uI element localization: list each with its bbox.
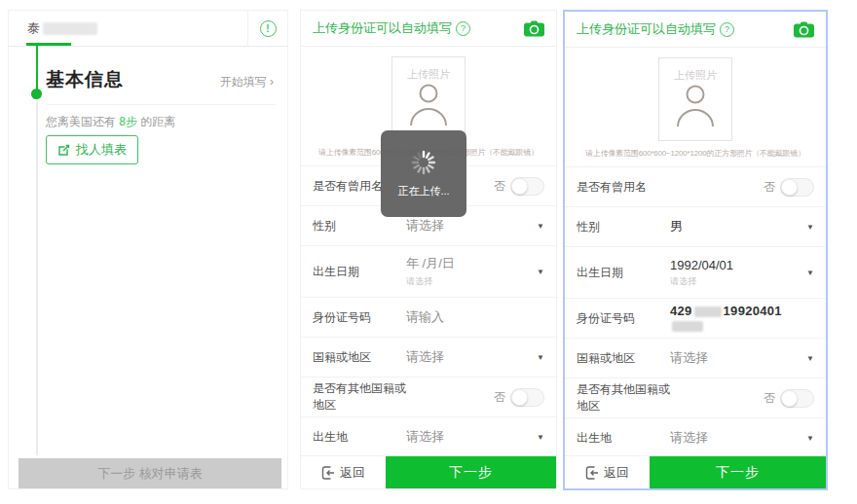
field-value: 1992/04/01 [670,258,799,272]
field-label: 国籍或地区 [313,349,406,366]
toggle-switch[interactable] [780,178,814,197]
field-label: 出生日期 [577,265,670,281]
form-row[interactable]: 出生地请选择▼ [301,416,556,456]
timeline-future-segment [36,93,38,455]
field-sub-label: 请选择 [670,275,799,288]
form-rows: 是否有曾用名否性别男▼出生日期1992/04/01请选择▼身份证号码429199… [565,166,826,490]
back-icon [585,466,599,480]
steps-remaining: 8步 [119,115,137,128]
back-label: 返回 [340,464,365,482]
form-row[interactable]: 性别男▼ [565,206,826,246]
photo-upload-box[interactable]: 上传照片 [391,56,466,140]
uploading-overlay: 正在上传... [381,130,466,217]
field-label: 是否有其他国籍或地区 [313,380,406,414]
toggle-switch[interactable] [510,388,544,407]
form-row[interactable]: 国籍或地区请选择▼ [565,338,826,378]
redacted-name [43,22,97,35]
back-button[interactable]: 返回 [565,456,650,488]
redacted-text [694,306,722,317]
help-icon[interactable]: ? [456,21,470,36]
photo-upload-box[interactable]: 上传照片 [658,57,732,141]
chevron-down-icon: ▼ [537,433,544,442]
field-label: 身份证号码 [313,309,406,326]
chevron-down-icon: ▼ [806,223,814,232]
progress-text: 您离美国还有 8步 的距离 [46,114,175,130]
camera-button[interactable] [794,21,814,38]
next-review-button-disabled[interactable]: 下一步 核对申请表 [19,458,281,488]
field-value: 男 [670,218,799,235]
toggle-knob [511,178,528,195]
form-row[interactable]: 是否有曾用名否 [565,166,826,206]
field-label: 国籍或地区 [577,350,670,367]
field-value: 请选择 [406,348,529,366]
find-helper-label: 找人填表 [76,141,127,159]
active-tab-underline [26,43,71,46]
chevron-down-icon: ▼ [537,268,544,276]
id-form-panel-filled: 上传身份证可以自动填写 ? 上传照片 请上传像素范围600*600~1200*1… [563,10,828,490]
field-label: 出生地 [577,430,670,447]
chevron-right-icon: › [270,75,274,89]
toggle-state-label: 否 [764,390,775,407]
field-value: 42919920401 [670,304,814,333]
alert-circle-icon[interactable]: ! [260,20,277,37]
find-helper-button[interactable]: 找人填表 [46,135,138,164]
chevron-down-icon: ▼ [806,434,814,443]
field-label: 出生地 [313,429,406,446]
next-button[interactable]: 下一步 [386,456,556,488]
applicant-name: 泰 [27,19,40,37]
form-row[interactable]: 出生地请选择▼ [565,417,826,457]
field-value: 请输入 [406,308,544,326]
toggle-state-label: 否 [764,179,775,196]
help-icon[interactable]: ? [720,22,734,37]
next-button[interactable]: 下一步 [650,456,826,488]
spinner-icon [410,149,437,176]
form-row[interactable]: 是否有其他国籍或地区否 [565,378,826,417]
info-slot: ! [247,11,287,46]
toggle-switch[interactable] [780,389,814,408]
field-value: 请选择 [670,429,799,447]
field-label: 是否有其他国籍或地区 [577,381,670,414]
field-label: 身份证号码 [577,310,670,327]
applicant-tabbar: 泰 ! [9,11,287,47]
photo-size-hint: 请上传像素范围600*600~1200*1200的正方形照片（不能戴眼镜） [565,148,826,159]
field-label: 是否有曾用名 [577,179,670,196]
id-form-panel-uploading: 上传身份证可以自动填写 ? 上传照片 请上传像素范围600*600~1200*1… [300,10,557,489]
chevron-down-icon: ▼ [537,353,544,362]
field-sub-label: 请选择 [406,275,529,288]
field-label: 性别 [577,219,670,235]
chevron-down-icon: ▼ [537,222,544,231]
section-title: 基本信息 [46,67,124,92]
edit-icon [57,144,70,157]
field-label: 性别 [313,218,406,234]
toggle-switch[interactable] [510,177,544,196]
form-row[interactable]: 出生日期年 /月/日请选择▼ [301,245,556,297]
chevron-down-icon: ▼ [806,354,814,363]
form-row[interactable]: 身份证号码请输入 [301,297,556,337]
form-row[interactable]: 国籍或地区请选择▼ [301,337,556,377]
toggle-knob [781,390,798,407]
upload-id-title: 上传身份证可以自动填写 ? [577,20,734,38]
divider [46,104,276,105]
form-row[interactable]: 出生日期1992/04/01请选择▼ [565,246,826,298]
form-row[interactable]: 身份证号码42919920401 [565,298,826,338]
toggle-state-label: 否 [494,389,505,406]
camera-icon [524,20,544,37]
uploading-text: 正在上传... [397,184,449,198]
back-label: 返回 [604,464,629,482]
upload-id-title: 上传身份证可以自动填写 ? [313,19,470,37]
photo-upload-label: 上传照片 [407,67,450,82]
camera-button[interactable] [524,20,544,37]
camera-icon [794,21,814,38]
applicant-tab[interactable]: 泰 [9,11,247,46]
start-filling-link[interactable]: 开始填写 › [220,74,274,90]
field-label: 出生日期 [313,264,406,280]
toggle-knob [781,179,798,196]
form-row[interactable]: 是否有其他国籍或地区否 [301,377,556,416]
toggle-state-label: 否 [494,178,505,195]
person-silhouette-icon [675,83,716,127]
field-value: 年 /月/日 [406,255,529,272]
back-icon [321,466,335,480]
back-button[interactable]: 返回 [301,456,386,488]
chevron-down-icon: ▼ [806,269,814,277]
toggle-knob [511,389,528,406]
